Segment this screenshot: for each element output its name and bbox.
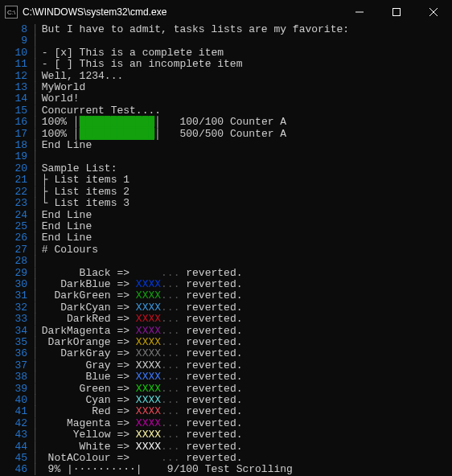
gutter: │ — [29, 93, 42, 105]
terminal-line: 31│ DarkGreen => XXXX... reverted. — [3, 290, 449, 302]
gutter: │ — [29, 24, 42, 35]
line-number: 18 — [3, 140, 29, 151]
gutter: │ — [29, 129, 42, 140]
line-number: 10 — [3, 47, 29, 59]
line-number: 39 — [3, 384, 29, 395]
line-content: DarkOrange => XXXX... reverted. — [42, 337, 449, 348]
line-number: 20 — [3, 163, 29, 174]
line-number: 14 — [3, 93, 29, 105]
gutter: │ — [29, 47, 42, 59]
terminal-line: 34│DarkMagenta => XXXX... reverted. — [3, 326, 449, 337]
window-controls — [341, 0, 452, 24]
terminal-line: 42│ Magenta => XXXX... reverted. — [3, 418, 449, 429]
gutter: │ — [29, 314, 42, 325]
line-number: 33 — [3, 314, 29, 325]
line-number: 31 — [3, 290, 29, 302]
line-content: # Colours — [42, 244, 449, 256]
line-content: World! — [42, 93, 449, 105]
line-number: 19 — [3, 151, 29, 162]
terminal-line: 20│Sample List: — [3, 163, 449, 174]
line-number: 32 — [3, 302, 29, 314]
terminal-line: 19│ — [3, 151, 449, 162]
terminal-line: 41│ Red => XXXX... reverted. — [3, 406, 449, 417]
terminal-line: 43│ Yellow => XXXX... reverted. — [3, 429, 449, 441]
line-content: End Line — [42, 210, 449, 221]
gutter: │ — [29, 418, 42, 429]
gutter: │ — [29, 395, 42, 406]
line-number: 36 — [3, 348, 29, 359]
line-number: 35 — [3, 337, 29, 348]
gutter: │ — [29, 348, 42, 359]
terminal-line: 45│ NotAColour => ... reverted. — [3, 453, 449, 464]
terminal-line: 16│100% │████████████│ 100/100 Counter A — [3, 117, 449, 128]
terminal-line: 28│ — [3, 256, 449, 267]
cmd-icon: C:\ — [5, 6, 18, 18]
terminal-line: 9│ — [3, 35, 449, 47]
line-content: DarkGreen => XXXX... reverted. — [42, 290, 449, 302]
line-number: 8 — [3, 24, 29, 35]
line-content: Black => ... reverted. — [42, 268, 449, 279]
line-number: 15 — [3, 105, 29, 117]
line-number: 22 — [3, 187, 29, 198]
line-content: End Line — [42, 221, 449, 232]
gutter: │ — [29, 406, 42, 417]
line-number: 24 — [3, 210, 29, 221]
gutter: │ — [29, 105, 42, 117]
line-content: DarkRed => XXXX... reverted. — [42, 314, 449, 325]
gutter: │ — [29, 371, 42, 383]
maximize-button[interactable] — [378, 0, 415, 24]
line-content: DarkGray => XXXX... reverted. — [42, 348, 449, 359]
line-number: 43 — [3, 429, 29, 441]
line-content: 9% |··········| 9/100 Test Scrolling — [42, 464, 449, 475]
terminal-line: 17│100% │████████████│ 500/500 Counter A — [3, 129, 449, 140]
gutter: │ — [29, 464, 42, 475]
line-content: DarkBlue => XXXX... reverted. — [42, 279, 449, 290]
line-number: 21 — [3, 174, 29, 186]
gutter: │ — [29, 337, 42, 348]
line-content: Red => XXXX... reverted. — [42, 406, 449, 417]
line-content — [42, 35, 449, 47]
line-number: 44 — [3, 441, 29, 453]
gutter: │ — [29, 210, 42, 221]
line-content: End Line — [42, 232, 449, 244]
line-content: Sample List: — [42, 163, 449, 174]
line-content: ├ List items 1 — [42, 174, 449, 186]
line-content: Well, 1234... — [42, 71, 449, 82]
line-content: Magenta => XXXX... reverted. — [42, 418, 449, 429]
gutter: │ — [29, 221, 42, 232]
terminal-line: 37│ Gray => XXXX... reverted. — [3, 360, 449, 371]
terminal-line: 18│End Line — [3, 140, 449, 151]
terminal-line: 13│MyWorld — [3, 82, 449, 93]
line-content: Concurrent Test.... — [42, 105, 449, 117]
line-number: 16 — [3, 117, 29, 128]
minimize-button[interactable] — [341, 0, 378, 24]
gutter: │ — [29, 302, 42, 314]
terminal-output[interactable]: 8│But I have to admit, tasks lists are m… — [0, 24, 452, 476]
line-content: MyWorld — [42, 82, 449, 93]
gutter: │ — [29, 151, 42, 162]
line-content — [42, 256, 449, 267]
terminal-line: 32│ DarkCyan => XXXX... reverted. — [3, 302, 449, 314]
line-content: But I have to admit, tasks lists are my … — [42, 24, 449, 35]
line-content: └ List items 3 — [42, 198, 449, 209]
gutter: │ — [29, 384, 42, 395]
terminal-line: 27│# Colours — [3, 244, 449, 256]
gutter: │ — [29, 268, 42, 279]
terminal-line: 46│ 9% |··········| 9/100 Test Scrolling — [3, 464, 449, 475]
line-content: DarkMagenta => XXXX... reverted. — [42, 326, 449, 337]
gutter: │ — [29, 187, 42, 198]
close-button[interactable] — [415, 0, 452, 24]
line-content: NotAColour => ... reverted. — [42, 453, 449, 464]
terminal-line: 39│ Green => XXXX... reverted. — [3, 384, 449, 395]
terminal-line: 15│Concurrent Test.... — [3, 105, 449, 117]
gutter: │ — [29, 360, 42, 371]
line-content — [42, 151, 449, 162]
line-content: Blue => XXXX... reverted. — [42, 371, 449, 383]
line-number: 25 — [3, 221, 29, 232]
gutter: │ — [29, 174, 42, 186]
line-number: 38 — [3, 371, 29, 383]
terminal-line: 35│ DarkOrange => XXXX... reverted. — [3, 337, 449, 348]
window-title: C:\WINDOWS\system32\cmd.exe — [23, 6, 341, 18]
line-content: - [ ] This is an incomplete item — [42, 59, 449, 70]
terminal-line: 30│ DarkBlue => XXXX... reverted. — [3, 279, 449, 290]
